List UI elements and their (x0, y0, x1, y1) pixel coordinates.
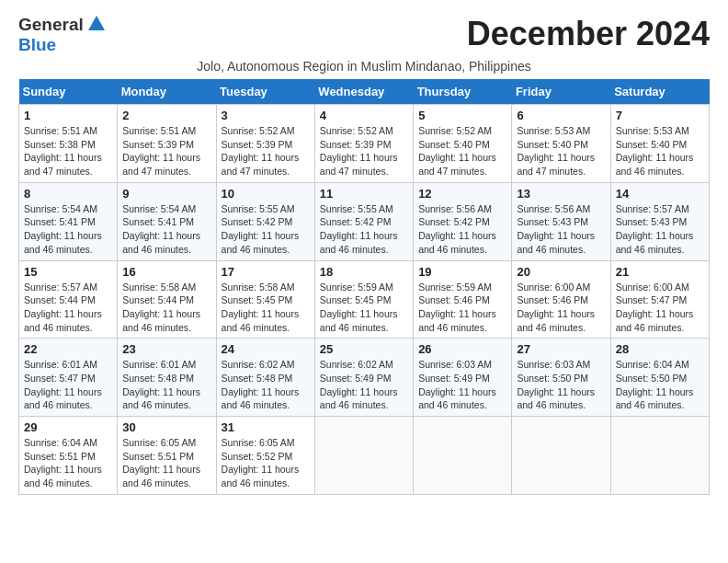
sunset-label: Sunset: 5:42 PM (320, 216, 392, 227)
day-cell: 10 Sunrise: 5:55 AM Sunset: 5:42 PM Dayl… (216, 182, 314, 260)
day-number: 1 (24, 109, 112, 122)
sunrise-label: Sunrise: 5:51 AM (122, 125, 196, 136)
daylight-minutes: and 46 minutes. (122, 244, 191, 255)
sunset-label: Sunset: 5:41 PM (24, 216, 96, 227)
daylight-minutes: and 46 minutes. (517, 322, 586, 333)
day-cell: 15 Sunrise: 5:57 AM Sunset: 5:44 PM Dayl… (19, 260, 118, 339)
sunset-label: Sunset: 5:51 PM (24, 451, 96, 462)
sunrise-label: Sunrise: 5:52 AM (418, 125, 492, 136)
sunset-label: Sunset: 5:50 PM (616, 373, 688, 384)
sunset-label: Sunset: 5:51 PM (122, 451, 194, 462)
column-header-sunday: Sunday (19, 79, 118, 105)
column-header-tuesday: Tuesday (216, 79, 314, 105)
sunset-label: Sunset: 5:50 PM (517, 373, 588, 384)
day-info: Sunrise: 5:54 AM Sunset: 5:41 PM Dayligh… (122, 202, 210, 257)
day-number: 2 (122, 109, 210, 122)
daylight-label: Daylight: 11 hours (517, 386, 595, 397)
column-header-thursday: Thursday (414, 79, 512, 105)
sunrise-label: Sunrise: 5:52 AM (222, 125, 295, 136)
daylight-minutes: and 47 minutes. (24, 166, 93, 177)
day-number: 7 (616, 109, 704, 122)
sunrise-label: Sunrise: 6:02 AM (222, 359, 295, 370)
sunset-label: Sunset: 5:41 PM (122, 216, 194, 227)
day-info: Sunrise: 5:59 AM Sunset: 5:46 PM Dayligh… (418, 281, 506, 335)
day-info: Sunrise: 5:51 AM Sunset: 5:38 PM Dayligh… (24, 124, 112, 178)
day-number: 8 (24, 187, 112, 201)
day-cell: 8 Sunrise: 5:54 AM Sunset: 5:41 PM Dayli… (19, 182, 118, 260)
daylight-minutes: and 46 minutes. (122, 477, 191, 488)
sunrise-label: Sunrise: 6:01 AM (122, 359, 196, 370)
day-cell: 22 Sunrise: 6:01 AM Sunset: 5:47 PM Dayl… (19, 339, 118, 417)
day-cell: 26 Sunrise: 6:03 AM Sunset: 5:49 PM Dayl… (414, 339, 512, 417)
day-cell: 18 Sunrise: 5:59 AM Sunset: 5:45 PM Dayl… (314, 260, 413, 339)
day-info: Sunrise: 6:00 AM Sunset: 5:47 PM Dayligh… (616, 281, 704, 335)
day-cell (314, 417, 413, 495)
sunrise-label: Sunrise: 5:59 AM (418, 282, 492, 293)
sunrise-label: Sunrise: 5:59 AM (320, 282, 393, 293)
daylight-minutes: and 46 minutes. (222, 322, 290, 333)
daylight-label: Daylight: 11 hours (24, 308, 102, 319)
sunrise-label: Sunrise: 6:04 AM (24, 437, 97, 448)
sunset-label: Sunset: 5:49 PM (418, 373, 490, 384)
day-cell: 6 Sunrise: 5:53 AM Sunset: 5:40 PM Dayli… (512, 105, 610, 183)
location-subtitle: Jolo, Autonomous Region in Muslim Mindan… (18, 59, 710, 74)
daylight-minutes: and 46 minutes. (320, 322, 389, 333)
daylight-label: Daylight: 11 hours (222, 230, 300, 241)
day-cell: 28 Sunrise: 6:04 AM Sunset: 5:50 PM Dayl… (610, 339, 709, 417)
sunset-label: Sunset: 5:44 PM (24, 294, 96, 305)
month-year-title: December 2024 (467, 15, 710, 53)
daylight-label: Daylight: 11 hours (222, 386, 300, 397)
day-cell: 4 Sunrise: 5:52 AM Sunset: 5:39 PM Dayli… (314, 105, 413, 183)
day-number: 25 (320, 342, 408, 356)
sunset-label: Sunset: 5:48 PM (122, 373, 194, 384)
sunrise-label: Sunrise: 5:57 AM (616, 203, 689, 214)
sunrise-label: Sunrise: 6:00 AM (616, 282, 689, 293)
sunrise-label: Sunrise: 6:00 AM (517, 282, 590, 293)
day-cell: 24 Sunrise: 6:02 AM Sunset: 5:48 PM Dayl… (216, 339, 314, 417)
daylight-label: Daylight: 11 hours (122, 230, 200, 241)
day-number: 28 (616, 342, 704, 356)
daylight-label: Daylight: 11 hours (222, 464, 300, 475)
day-number: 20 (517, 265, 605, 279)
sunset-label: Sunset: 5:49 PM (320, 373, 392, 384)
sunset-label: Sunset: 5:44 PM (122, 294, 194, 305)
day-info: Sunrise: 6:02 AM Sunset: 5:49 PM Dayligh… (320, 358, 408, 412)
daylight-minutes: and 46 minutes. (418, 399, 487, 410)
day-number: 23 (122, 342, 210, 356)
daylight-minutes: and 46 minutes. (616, 322, 685, 333)
day-cell (610, 417, 709, 495)
daylight-label: Daylight: 11 hours (122, 308, 200, 319)
sunrise-label: Sunrise: 5:58 AM (122, 282, 196, 293)
day-cell: 12 Sunrise: 5:56 AM Sunset: 5:42 PM Dayl… (414, 182, 512, 260)
sunset-label: Sunset: 5:42 PM (222, 216, 293, 227)
day-info: Sunrise: 5:57 AM Sunset: 5:44 PM Dayligh… (24, 281, 112, 335)
daylight-minutes: and 46 minutes. (24, 322, 93, 333)
sunrise-label: Sunrise: 5:57 AM (24, 282, 97, 293)
daylight-label: Daylight: 11 hours (616, 386, 694, 397)
day-info: Sunrise: 5:59 AM Sunset: 5:45 PM Dayligh… (320, 281, 408, 335)
day-number: 26 (418, 342, 506, 356)
daylight-label: Daylight: 11 hours (24, 386, 102, 397)
day-number: 29 (24, 420, 112, 434)
daylight-label: Daylight: 11 hours (418, 308, 496, 319)
day-info: Sunrise: 5:55 AM Sunset: 5:42 PM Dayligh… (320, 202, 408, 257)
daylight-label: Daylight: 11 hours (320, 308, 398, 319)
day-cell: 13 Sunrise: 5:56 AM Sunset: 5:43 PM Dayl… (512, 182, 610, 260)
sunset-label: Sunset: 5:45 PM (222, 294, 293, 305)
day-info: Sunrise: 5:54 AM Sunset: 5:41 PM Dayligh… (24, 202, 112, 257)
day-cell: 30 Sunrise: 6:05 AM Sunset: 5:51 PM Dayl… (118, 417, 216, 495)
day-cell: 23 Sunrise: 6:01 AM Sunset: 5:48 PM Dayl… (118, 339, 216, 417)
day-info: Sunrise: 5:52 AM Sunset: 5:39 PM Dayligh… (320, 124, 408, 178)
sunrise-label: Sunrise: 5:55 AM (222, 203, 295, 214)
day-cell: 14 Sunrise: 5:57 AM Sunset: 5:43 PM Dayl… (610, 182, 709, 260)
day-cell: 5 Sunrise: 5:52 AM Sunset: 5:40 PM Dayli… (414, 105, 512, 183)
daylight-minutes: and 46 minutes. (222, 244, 290, 255)
calendar-table: SundayMondayTuesdayWednesdayThursdayFrid… (18, 79, 710, 495)
logo-triangle-icon (88, 16, 105, 34)
daylight-label: Daylight: 11 hours (24, 464, 102, 475)
day-info: Sunrise: 5:56 AM Sunset: 5:42 PM Dayligh… (418, 202, 506, 257)
daylight-minutes: and 46 minutes. (418, 322, 487, 333)
daylight-label: Daylight: 11 hours (418, 386, 496, 397)
daylight-minutes: and 46 minutes. (24, 399, 93, 410)
daylight-minutes: and 46 minutes. (517, 244, 586, 255)
